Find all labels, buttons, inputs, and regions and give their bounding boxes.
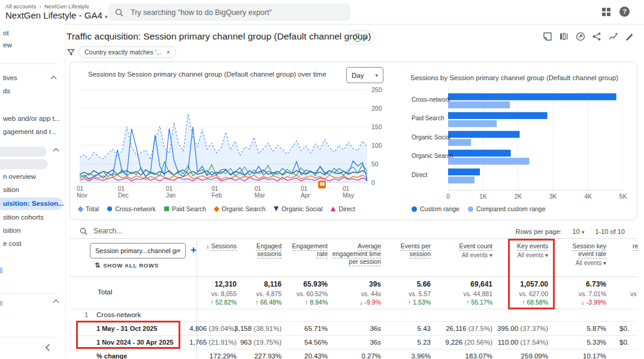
total-row-label: Total (98, 288, 112, 296)
total-vs-value: vs. 60.52% (297, 290, 328, 297)
column-header[interactable]: Key eventsAll events ▾ (505, 242, 548, 259)
column-header[interactable]: Engaged sessions (244, 242, 282, 258)
column-header[interactable]: Session key event rateAll events ▾ (556, 242, 606, 267)
row-dimension-value[interactable]: Cross-network (96, 311, 141, 318)
table-search-input[interactable] (92, 226, 226, 236)
legend-label: Paid Search (172, 205, 206, 212)
x-axis-tick: 01 Feb (211, 185, 222, 199)
annotation-marker-icon[interactable] (318, 181, 326, 188)
line-chart-title: Sessions by Session primary channel grou… (88, 71, 326, 78)
legend-label: Organic Search (222, 205, 265, 212)
total-value: 6.73% (586, 280, 606, 288)
sidebar-item-selected[interactable]: uisition: Session... (0, 197, 63, 210)
metric-event-filter[interactable]: All events ▾ (449, 251, 492, 259)
show-all-rows-button[interactable]: ⇅ SHOW ALL ROWS (95, 261, 159, 269)
table-cell: 26,116 (37.5%) (446, 325, 492, 332)
total-vs-value: vs. 7.01% (579, 290, 606, 297)
column-header[interactable]: re (633, 242, 638, 250)
insights-circle-icon[interactable] (575, 31, 586, 42)
share-icon[interactable] (591, 31, 602, 42)
bar-category-label: Direct (412, 172, 449, 178)
legend-label: Organic Social (282, 205, 322, 212)
x-axis-tick: 01 Dec (118, 185, 129, 199)
insights-spark-icon[interactable] (608, 31, 619, 42)
filter-funnel-icon[interactable] (67, 48, 75, 56)
global-search[interactable] (108, 4, 350, 21)
column-header[interactable]: Events per session (400, 242, 431, 258)
date-range-row-label: 1 Nov 2024 - 30 Apr 2025 (96, 339, 174, 346)
filter-bar: Country exactly matches '... × (67, 46, 176, 58)
collapse-sidebar-icon[interactable] (46, 344, 52, 351)
search-input[interactable] (129, 8, 335, 17)
filter-chip[interactable]: Country exactly matches '... × (78, 46, 176, 58)
close-icon[interactable]: × (167, 48, 170, 56)
total-value: 8,116 (264, 280, 282, 288)
appbar-divider (66, 24, 644, 25)
report-status-badge[interactable]: ✓ ▾ (346, 31, 374, 44)
sidebar-item[interactable]: sition cohorts (3, 214, 44, 221)
column-header[interactable]: ↓ Sessions (201, 242, 237, 250)
sidebar-item[interactable]: ds (3, 87, 10, 95)
bar-category-label: Organic Search (412, 153, 449, 159)
total-vs-value: vs. 44s (361, 290, 381, 297)
avatar[interactable]: W (633, 4, 644, 20)
tri-up-marker-icon (331, 206, 335, 211)
total-value: 69,641 (470, 280, 492, 288)
sidebar-item[interactable]: ew (3, 41, 12, 48)
chevron-down-icon: ▾ (105, 14, 108, 20)
chevron-up-icon[interactable] (51, 76, 57, 82)
column-header[interactable]: Average engagement time per session (332, 242, 381, 266)
bar-category-label: Cross-network (412, 96, 449, 103)
property-switcher[interactable]: NextGen Lifestyle - GA4 ▾ (5, 10, 107, 20)
table-search[interactable] (80, 226, 226, 236)
date-range-row-label: 1 May - 31 Oct 2025 (96, 325, 158, 332)
table-cell: 20.43% (304, 352, 328, 359)
sidebar-divider (0, 293, 58, 294)
circle-marker-icon (107, 206, 112, 211)
table-cell: 5.43 (418, 325, 431, 332)
table-cell: 54.56% (304, 339, 328, 346)
note-icon[interactable] (542, 31, 553, 42)
table-cell: 3,158 (38.91%) (234, 325, 282, 332)
chevron-up-icon[interactable] (53, 148, 59, 154)
chevron-down-icon: ▾ (177, 248, 180, 254)
granularity-select[interactable]: Day ▾ (346, 67, 383, 83)
y-axis-tick: 250 (371, 86, 382, 93)
metric-event-filter[interactable]: All events ▾ (556, 259, 606, 267)
dimension-select[interactable]: Session primary...channel group) ▾ (90, 243, 186, 258)
help-icon[interactable]: ? (619, 7, 630, 17)
column-header[interactable]: Event countAll events ▾ (449, 242, 492, 259)
table-cell: 10.17% (583, 352, 606, 359)
breadcrumb-all-accounts[interactable]: All accounts (5, 3, 36, 10)
breadcrumb[interactable]: All accounts › NextGen Lifestyle (5, 3, 89, 10)
sidebar-item[interactable]: tives (3, 74, 17, 81)
metric-event-filter[interactable]: All events ▾ (505, 251, 548, 259)
comparison-icon[interactable] (558, 31, 569, 42)
table-cell: 5.87% (586, 325, 606, 332)
x-axis-tick: 4K (584, 193, 592, 200)
pagination-range: 1-10 of 10 (595, 228, 625, 235)
legend-item: Organic Social (274, 205, 322, 212)
total-delta: ↑ 8.94% (305, 299, 328, 306)
apps-grid-icon[interactable] (602, 8, 610, 16)
breadcrumb-chevron-icon: › (38, 3, 43, 10)
breadcrumb-property[interactable]: NextGen Lifestyle (44, 3, 89, 10)
add-dimension-button[interactable]: + (191, 244, 196, 256)
sidebar-item[interactable]: gagement and r... (3, 128, 57, 135)
rows-per-page-select[interactable]: 10 ▾ (573, 228, 585, 235)
table-cell: 172.29% (210, 352, 237, 359)
sidebar-item[interactable]: e cost (3, 240, 22, 247)
sidebar-item[interactable]: n overview (3, 173, 36, 180)
chevron-up-icon[interactable] (53, 300, 59, 306)
edit-icon[interactable] (624, 31, 635, 42)
column-header[interactable]: Engagement rate (285, 242, 328, 258)
legend-item: Paid Search (164, 205, 206, 212)
sidebar-item[interactable]: web and/or app t... (3, 115, 60, 122)
x-axis-tick: 2K (514, 193, 522, 200)
sidebar-item[interactable]: isition (3, 227, 20, 234)
y-axis-tick: 100 (371, 142, 382, 149)
table-cell: 5.23 (418, 339, 431, 346)
sidebar-item[interactable]: ot (3, 29, 9, 36)
bar-category-label: Organic Social (412, 134, 449, 141)
sidebar-item[interactable]: sition (3, 186, 19, 193)
